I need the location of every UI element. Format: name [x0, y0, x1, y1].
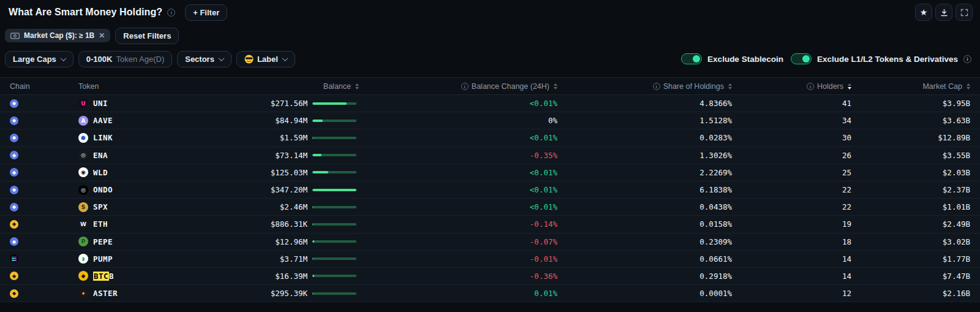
token-symbol[interactable]: ASTER	[93, 289, 118, 298]
token-symbol[interactable]: ETH	[93, 219, 108, 229]
token-symbol[interactable]: ENA	[93, 151, 108, 160]
ethereum-chain-icon: ◆	[10, 99, 18, 108]
column-header-holders[interactable]: i Holders	[732, 82, 851, 91]
token-cell[interactable]: ◉ WLD	[70, 167, 233, 177]
token-cell[interactable]: ⬢ LINK	[70, 133, 233, 143]
table-row[interactable]: ◆ ◎ ONDO $347.20M <0.01% 6.1838% 22 $2.3…	[0, 181, 980, 199]
table-body: ◆ U UNI $271.56M <0.01% 4.8366% 41 $3.95…	[0, 95, 980, 302]
table-row[interactable]: ◆ ✦ ASTER $295.39K 0.01% 0.0001% 12 $2.1…	[0, 285, 980, 302]
token-cell[interactable]: ◆ BTCB	[70, 271, 233, 281]
balance-change-value: <0.01%	[359, 185, 557, 194]
table-row[interactable]: ◆ ◉ WLD $125.03M <0.01% 2.2269% 25 $2.03…	[0, 164, 980, 181]
market-cap-value: $3.95B	[851, 99, 970, 108]
share-of-holdings-value: 0.0438%	[557, 202, 732, 211]
token-age-value: 0-100K	[86, 55, 113, 64]
ethereum-chain-icon: ◆	[10, 186, 18, 194]
share-of-holdings-value: 0.0283%	[557, 133, 732, 142]
table-row[interactable]: ◆ W ETH $886.31K -0.14% 0.0158% 19 $2.49…	[0, 216, 980, 233]
balance-value: $271.56M	[233, 99, 307, 108]
token-cell[interactable]: W ETH	[70, 219, 233, 229]
token-symbol[interactable]: SPX	[93, 202, 108, 211]
token-symbol[interactable]: ONDO	[93, 185, 113, 194]
ethereum-chain-icon: ◆	[10, 237, 18, 246]
token-cell[interactable]: ◎ ONDO	[70, 185, 233, 195]
table-row[interactable]: ◆ S SPX $2.46M <0.01% 0.0438% 22 $1.01B	[0, 199, 980, 216]
market-cap-filter-chip[interactable]: Market Cap ($): ≥ 1B ✕	[5, 29, 110, 42]
info-icon[interactable]: i	[461, 83, 469, 90]
toggle-controls: Exclude Stablecoin Exclude L1/L2 Tokens …	[681, 53, 971, 64]
label-dropdown[interactable]: Label	[236, 51, 295, 67]
table-row[interactable]: ◆ ⬢ LINK $1.59M <0.01% 0.0283% 30 $12.89…	[0, 129, 980, 146]
token-age-input[interactable]: 0-100K Token Age(D)	[78, 51, 172, 67]
market-cap-size-dropdown[interactable]: Large Caps	[5, 51, 74, 67]
token-cell[interactable]: ✦ ASTER	[70, 289, 233, 299]
table-row[interactable]: ◗ PUMP $3.71M -0.01% 0.0661% 14 $1.77B	[0, 251, 980, 268]
exclude-stablecoin-toggle[interactable]	[681, 53, 702, 64]
market-cap-value: $3.63B	[851, 116, 970, 125]
table-row[interactable]: ◆ A AAVE $84.94M 0% 1.5128% 34 $3.63B	[0, 112, 980, 129]
banknote-icon	[10, 32, 20, 39]
balance-value: $2.46M	[233, 202, 307, 211]
holders-value: 14	[732, 254, 851, 264]
holders-value: 14	[732, 272, 851, 281]
info-icon[interactable]: i	[653, 83, 660, 90]
fullscreen-button[interactable]	[956, 4, 973, 21]
table-row[interactable]: ◆ ◎ ENA $73.14M -0.35% 1.3026% 26 $3.55B	[0, 147, 980, 164]
token-cell[interactable]: U UNI	[70, 99, 233, 108]
filter-dropdowns: Large Caps 0-100K Token Age(D) Sectors L…	[5, 51, 295, 67]
l1l2-info-icon[interactable]: i	[963, 55, 971, 63]
balance-bar	[312, 240, 356, 243]
token-symbol[interactable]: PEPE	[93, 237, 113, 246]
token-symbol[interactable]: PUMP	[93, 254, 113, 264]
chevron-down-icon	[60, 55, 66, 61]
token-cell[interactable]: ◎ ENA	[70, 150, 233, 160]
token-symbol[interactable]: BTCB	[93, 272, 114, 281]
balance-bar	[312, 189, 356, 191]
market-cap-size-value: Large Caps	[13, 55, 56, 64]
market-cap-value: $3.55B	[851, 151, 970, 160]
sectors-dropdown[interactable]: Sectors	[177, 51, 232, 67]
table-row[interactable]: ◆ ◆ BTCB $16.39M -0.36% 0.2918% 14 $7.47…	[0, 268, 980, 285]
add-filter-button[interactable]: + Filter	[185, 4, 227, 21]
token-symbol[interactable]: UNI	[93, 99, 108, 108]
balance-change-value: -0.07%	[359, 237, 557, 246]
market-cap-value: $2.37B	[851, 185, 970, 194]
token-cell[interactable]: P PEPE	[70, 237, 233, 246]
chevron-down-icon	[282, 55, 288, 61]
market-cap-value: $1.01B	[851, 202, 970, 211]
table-row[interactable]: ◆ U UNI $271.56M <0.01% 4.8366% 41 $3.95…	[0, 95, 980, 112]
token-cell[interactable]: A AAVE	[70, 116, 233, 126]
token-cell[interactable]: S SPX	[70, 202, 233, 212]
table-row[interactable]: ◆ P PEPE $12.96M -0.07% 0.2309% 18 $3.02…	[0, 234, 980, 251]
remove-filter-icon[interactable]: ✕	[99, 32, 105, 39]
info-icon[interactable]: i	[807, 83, 814, 90]
balance-value: $84.94M	[233, 116, 307, 125]
column-header-balance[interactable]: Balance	[233, 82, 359, 91]
token-symbol[interactable]: AAVE	[93, 116, 113, 125]
topbar: What Are Smart Money Holding? i + Filter…	[0, 0, 980, 25]
token-icon: ◎	[78, 150, 88, 160]
download-button[interactable]	[935, 4, 952, 21]
balance-change-value: <0.01%	[359, 99, 557, 108]
bnb-chain-icon: ◆	[10, 289, 18, 298]
exclude-l1l2-toggle[interactable]	[791, 53, 812, 64]
sort-icon[interactable]	[967, 83, 970, 89]
balance-value: $347.20M	[233, 185, 307, 194]
title-info-icon[interactable]: i	[167, 9, 175, 17]
reset-filters-button[interactable]: Reset Filters	[115, 28, 179, 44]
favorite-button[interactable]: ★	[915, 4, 932, 21]
holders-value: 12	[732, 289, 851, 298]
token-cell[interactable]: ◗ PUMP	[70, 254, 233, 264]
token-symbol[interactable]: WLD	[93, 168, 108, 177]
column-header-share-of-holdings[interactable]: i Share of Holdings	[557, 82, 732, 91]
ethereum-chain-icon: ◆	[10, 116, 18, 125]
balance-bar	[312, 137, 356, 139]
page-title: What Are Smart Money Holding?	[9, 7, 162, 18]
column-header-market-cap[interactable]: Market Cap	[851, 82, 970, 91]
holders-value: 41	[732, 99, 851, 108]
token-symbol[interactable]: LINK	[93, 133, 113, 142]
sunglasses-emoji-icon	[244, 55, 254, 64]
market-cap-value: $2.03B	[851, 168, 970, 177]
balance-bar-fill	[312, 102, 347, 105]
column-header-balance-change[interactable]: i Balance Change (24H)	[359, 82, 557, 91]
